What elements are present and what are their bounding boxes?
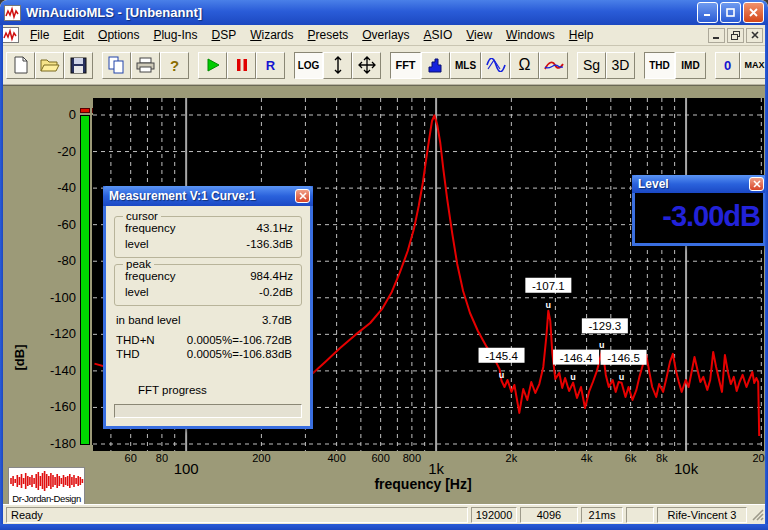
menu-bar: FileEditOptionsPlug-InsDSPWizardsPresets… bbox=[0, 25, 768, 46]
mdi-child-icon[interactable] bbox=[2, 27, 19, 43]
app-icon bbox=[4, 5, 21, 21]
y-tick-label: -60 bbox=[30, 217, 76, 231]
annotation-value: -145.4 bbox=[485, 350, 518, 362]
sine-wave-button[interactable] bbox=[481, 52, 510, 79]
x-axis-label: frequency [Hz] bbox=[263, 476, 583, 492]
menu-item-help[interactable]: Help bbox=[562, 26, 601, 44]
x-tick-label: 2k bbox=[494, 452, 528, 464]
peak-level-value: -0.2dB bbox=[259, 286, 293, 298]
peak-frequency-label: frequency bbox=[125, 270, 176, 282]
y-tick-label: -80 bbox=[30, 253, 76, 267]
x-tick-label-major: 1k bbox=[414, 460, 458, 477]
meter-peak-left bbox=[80, 108, 90, 113]
in-band-level-value: 3.7dB bbox=[262, 314, 292, 326]
title-bar[interactable]: WinAudioMLS - [Unbenannt] bbox=[0, 0, 768, 25]
menu-item-dsp[interactable]: DSP bbox=[204, 26, 243, 44]
menu-item-asio[interactable]: ASIO bbox=[417, 26, 460, 44]
3d-view-button[interactable]: 3D bbox=[606, 52, 635, 79]
level-value: -3.00dB bbox=[662, 200, 760, 233]
help-button[interactable]: ? bbox=[160, 52, 189, 79]
cursor-marker-icon: u bbox=[570, 372, 576, 382]
measurement-dialog-body: cursor frequency 43.1Hz level -136.3dB p… bbox=[106, 206, 310, 426]
y-axis-label: [dB] bbox=[12, 328, 27, 388]
resize-grip-icon[interactable] bbox=[751, 508, 765, 522]
cursor-marker-icon: u bbox=[619, 372, 625, 382]
window-border-bottom bbox=[0, 524, 768, 530]
level-window-title: Level bbox=[638, 177, 749, 191]
client-area: [dB] 0-20-40-60-80-100-120-140-160-180 u… bbox=[3, 85, 765, 504]
level-display: -3.00dB bbox=[635, 193, 763, 240]
toolbar: ? R LOG FFT MLS Ω Sg 3D THD IMD bbox=[0, 46, 768, 85]
fft-mode-button[interactable]: FFT bbox=[390, 52, 421, 79]
in-band-level-label: in band level bbox=[116, 314, 181, 326]
copy-button[interactable] bbox=[102, 52, 131, 79]
logo-waveform-icon bbox=[9, 468, 84, 494]
cursor-marker-icon: u bbox=[546, 300, 552, 310]
level-window: Level -3.00dB bbox=[632, 175, 766, 246]
record-button[interactable]: R bbox=[256, 52, 285, 79]
annotation-value: -146.5 bbox=[607, 352, 640, 364]
cursor-level-value: -136.3dB bbox=[246, 238, 293, 250]
status-ready: Ready bbox=[6, 507, 468, 523]
x-tick-label: 60 bbox=[114, 452, 148, 464]
frequency-response-button[interactable] bbox=[539, 52, 568, 79]
pan-move-button[interactable] bbox=[352, 52, 381, 79]
spectrum-bars-button[interactable] bbox=[421, 52, 450, 79]
log-scale-button[interactable]: LOG bbox=[294, 52, 323, 79]
menu-item-presets[interactable]: Presets bbox=[301, 26, 356, 44]
status-bar: Ready 192000409621msRife-Vincent 3 bbox=[0, 504, 768, 524]
minimize-button[interactable] bbox=[697, 2, 718, 23]
measurement-dialog-titlebar[interactable]: Measurement V:1 Curve:1 bbox=[103, 186, 313, 206]
impedance-omega-button[interactable]: Ω bbox=[510, 52, 539, 79]
menu-item-file[interactable]: File bbox=[23, 26, 56, 44]
level-window-titlebar[interactable]: Level bbox=[632, 175, 766, 193]
mdi-close-button[interactable] bbox=[746, 28, 763, 43]
cursor-marker-icon: u bbox=[599, 340, 605, 350]
menu-items: FileEditOptionsPlug-InsDSPWizardsPresets… bbox=[23, 25, 708, 45]
max-hold-button[interactable]: MAX bbox=[740, 52, 768, 79]
close-button[interactable] bbox=[743, 2, 764, 23]
mdi-minimize-button[interactable] bbox=[708, 28, 725, 43]
menu-item-edit[interactable]: Edit bbox=[56, 26, 91, 44]
vertical-zoom-button[interactable] bbox=[323, 52, 352, 79]
cursor-group: cursor frequency 43.1Hz level -136.3dB bbox=[114, 216, 302, 258]
thd-label: THD bbox=[116, 348, 140, 360]
menu-item-options[interactable]: Options bbox=[91, 26, 146, 44]
status-panel-1: 4096 bbox=[520, 507, 578, 523]
measurement-close-icon[interactable] bbox=[295, 189, 310, 203]
annotation-value: -129.3 bbox=[589, 320, 622, 332]
play-button[interactable] bbox=[198, 52, 227, 79]
peak-group: peak frequency 984.4Hz level -0.2dB bbox=[114, 264, 302, 306]
save-button[interactable] bbox=[64, 52, 93, 79]
level-meter-left bbox=[80, 115, 90, 445]
mls-mode-button[interactable]: MLS bbox=[450, 52, 481, 79]
cursor-level-label: level bbox=[125, 238, 149, 250]
thd-button[interactable]: THD bbox=[644, 52, 675, 79]
reset-zero-button[interactable]: 0 bbox=[715, 52, 740, 79]
menu-item-plug-ins[interactable]: Plug-Ins bbox=[146, 26, 204, 44]
print-button[interactable] bbox=[131, 52, 160, 79]
menu-item-wizards[interactable]: Wizards bbox=[243, 26, 300, 44]
x-tick-label: 400 bbox=[320, 452, 354, 464]
menu-item-view[interactable]: View bbox=[459, 26, 499, 44]
logo-text: Dr-Jordan-Design bbox=[9, 493, 84, 504]
menu-item-windows[interactable]: Windows bbox=[499, 26, 562, 44]
thdn-label: THD+N bbox=[116, 334, 155, 346]
window-title: WinAudioMLS - [Unbenannt] bbox=[26, 5, 697, 20]
mdi-restore-button[interactable] bbox=[727, 28, 744, 43]
menu-item-overlays[interactable]: Overlays bbox=[355, 26, 416, 44]
fft-progress-label: FFT progress bbox=[138, 384, 207, 396]
signal-generator-button[interactable]: Sg bbox=[577, 52, 606, 79]
x-tick-label-major: 10k bbox=[664, 460, 708, 477]
new-file-button[interactable] bbox=[6, 52, 35, 79]
maximize-button[interactable] bbox=[720, 2, 741, 23]
status-panel-0: 192000 bbox=[471, 507, 517, 523]
level-close-icon[interactable] bbox=[749, 177, 764, 191]
cursor-frequency-label: frequency bbox=[125, 222, 176, 234]
vendor-logo: Dr-Jordan-Design bbox=[8, 467, 85, 505]
open-file-button[interactable] bbox=[35, 52, 64, 79]
imd-button[interactable]: IMD bbox=[675, 52, 706, 79]
pause-button[interactable] bbox=[227, 52, 256, 79]
y-tick-label: -160 bbox=[30, 399, 76, 413]
x-tick-label-major: 100 bbox=[164, 460, 208, 477]
